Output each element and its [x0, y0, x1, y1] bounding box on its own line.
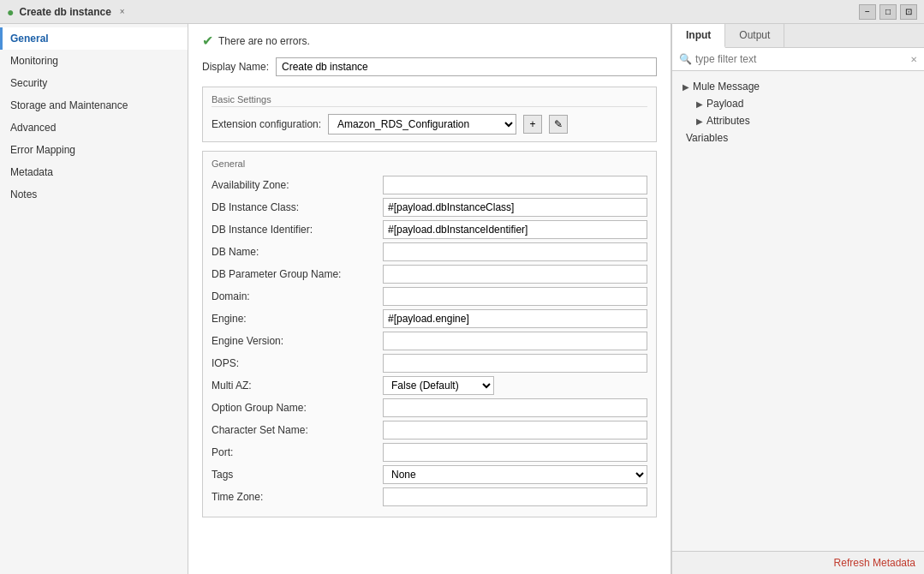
tree-variables[interactable]: Variables [679, 129, 917, 146]
sidebar-item-monitoring[interactable]: Monitoring [0, 50, 188, 72]
maximize-button[interactable]: ⊡ [900, 4, 917, 20]
sidebar-item-general[interactable]: General [0, 27, 188, 50]
field-input-3[interactable] [383, 242, 647, 261]
sidebar-item-metadata[interactable]: Metadata [0, 161, 188, 183]
minimize-button[interactable]: − [859, 4, 876, 20]
field-label: Time Zone: [212, 491, 383, 503]
field-label: DB Instance Class: [212, 201, 383, 213]
refresh-metadata-link[interactable]: Refresh Metadata [834, 557, 915, 569]
field-row-7: Engine Version: [212, 332, 647, 350]
tree-attributes[interactable]: ▶ Attributes [679, 112, 917, 129]
inspector-panel: Input Output 🔍 ✕ ▶ Mule Message ▶ [671, 24, 924, 574]
field-row-3: DB Name: [212, 242, 647, 261]
field-input-14[interactable] [383, 487, 647, 506]
field-row-1: DB Instance Class: [212, 198, 647, 217]
success-banner: ✔ There are no errors. [202, 33, 657, 49]
close-icon[interactable]: × [120, 7, 125, 16]
search-clear-icon[interactable]: ✕ [910, 55, 917, 64]
field-label: DB Parameter Group Name: [212, 268, 383, 280]
display-name-row: Display Name: [202, 57, 657, 76]
field-input-6[interactable] [383, 309, 647, 328]
main-container: General Monitoring Security Storage and … [0, 24, 924, 574]
sidebar-item-security[interactable]: Security [0, 72, 188, 94]
window-controls: − □ ⊡ [859, 4, 917, 20]
tree-mule-message[interactable]: ▶ Mule Message [679, 78, 917, 95]
field-row-9: Multi AZ: False (Default)True [212, 376, 647, 395]
tags-select[interactable]: None [383, 465, 647, 484]
ext-config-select[interactable]: Amazon_RDS_Configuration [328, 114, 516, 135]
payload-label: Payload [706, 98, 743, 110]
field-label: DB Name: [212, 246, 383, 258]
sidebar-item-advanced[interactable]: Advanced [0, 117, 188, 139]
content-area: ✔ There are no errors. Display Name: Bas… [188, 24, 924, 574]
sidebar-item-notes[interactable]: Notes [0, 183, 188, 206]
arrow-icon: ▶ [683, 82, 689, 92]
inspector-footer: Refresh Metadata [672, 551, 924, 574]
tags-row: Tags None [212, 465, 647, 484]
field-label: DB Instance Identifier: [212, 224, 383, 236]
field-row-5: Domain: [212, 287, 647, 306]
field-input-4[interactable] [383, 265, 647, 284]
field-input-1[interactable] [383, 198, 647, 217]
field-input-11[interactable] [383, 421, 647, 439]
field-label: Domain: [212, 290, 383, 302]
success-icon: ✔ [202, 33, 213, 49]
sidebar-item-storage[interactable]: Storage and Maintenance [0, 94, 188, 117]
arrow-icon: ▶ [696, 117, 703, 126]
field-row-11: Character Set Name: [212, 421, 647, 439]
field-label: Engine Version: [212, 335, 383, 347]
form-fields: Availability Zone: DB Instance Class: DB… [212, 176, 647, 506]
field-label: Port: [212, 446, 383, 458]
title-bar: ● Create db instance × − □ ⊡ [0, 0, 924, 24]
form-area: ✔ There are no errors. Display Name: Bas… [188, 24, 671, 574]
field-input-7[interactable] [383, 332, 647, 350]
field-input-10[interactable] [383, 398, 647, 417]
display-name-input[interactable] [276, 57, 657, 76]
search-icon: 🔍 [679, 53, 692, 65]
app-icon: ● [7, 5, 14, 19]
tree-area: ▶ Mule Message ▶ Payload ▶ Attributes Va… [672, 71, 924, 551]
field-select-9[interactable]: False (Default)True [383, 376, 494, 395]
field-input-12[interactable] [383, 443, 647, 462]
field-row-6: Engine: [212, 309, 647, 328]
field-row-12: Port: [212, 443, 647, 462]
field-row-10: Option Group Name: [212, 398, 647, 417]
tab-output[interactable]: Output [725, 24, 784, 47]
field-row-14: Time Zone: [212, 487, 647, 506]
field-label: Character Set Name: [212, 424, 383, 436]
tags-label: Tags [212, 469, 383, 481]
field-row-8: IOPS: [212, 354, 647, 373]
edit-config-button[interactable]: ✎ [549, 115, 568, 134]
field-label: Option Group Name: [212, 402, 383, 414]
inspector-search: 🔍 ✕ [672, 48, 924, 71]
sidebar: General Monitoring Security Storage and … [0, 24, 188, 574]
field-row-2: DB Instance Identifier: [212, 220, 647, 239]
inspector-tabs: Input Output [672, 24, 924, 48]
field-label: Multi AZ: [212, 380, 383, 392]
field-label: Engine: [212, 313, 383, 325]
field-input-5[interactable] [383, 287, 647, 306]
window-title: Create db instance [19, 6, 110, 18]
success-message: There are no errors. [218, 35, 310, 47]
general-section: General Availability Zone: DB Instance C… [202, 151, 657, 517]
basic-settings-header: Basic Settings [212, 94, 647, 107]
ext-config-label: Extension configuration: [212, 118, 321, 130]
field-label: Availability Zone: [212, 179, 383, 191]
field-input-0[interactable] [383, 176, 647, 194]
add-config-button[interactable]: + [523, 115, 542, 134]
field-input-8[interactable] [383, 354, 647, 373]
field-input-2[interactable] [383, 220, 647, 239]
search-input[interactable] [695, 53, 907, 65]
arrow-icon: ▶ [696, 99, 703, 109]
mule-message-label: Mule Message [693, 81, 760, 93]
ext-config-row: Extension configuration: Amazon_RDS_Conf… [212, 114, 647, 135]
field-label: IOPS: [212, 357, 383, 369]
variables-label: Variables [683, 132, 728, 144]
field-row-0: Availability Zone: [212, 176, 647, 194]
restore-button[interactable]: □ [879, 4, 897, 20]
attributes-label: Attributes [706, 115, 750, 127]
sidebar-item-error-mapping[interactable]: Error Mapping [0, 139, 188, 161]
general-section-title: General [212, 158, 647, 169]
tree-payload[interactable]: ▶ Payload [679, 95, 917, 112]
tab-input[interactable]: Input [672, 24, 725, 48]
